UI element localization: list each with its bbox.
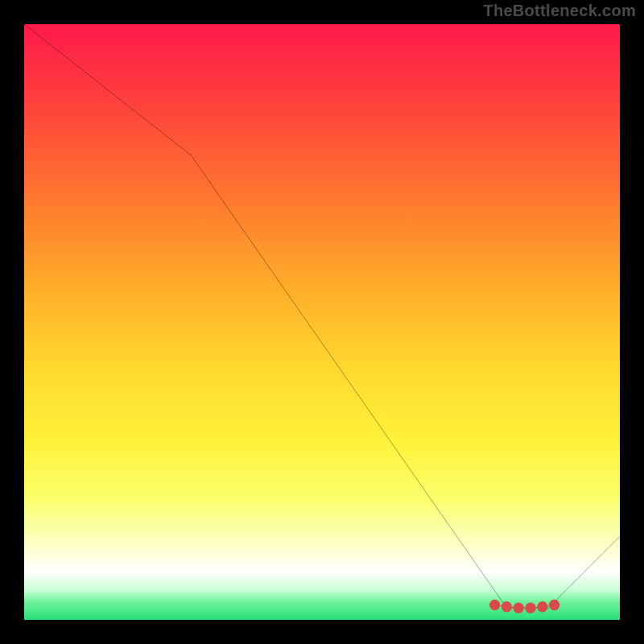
marker-dot [549, 600, 559, 610]
marker-dot [489, 600, 500, 610]
curve-line [24, 24, 620, 608]
marker-group [489, 600, 559, 613]
marker-dot [514, 603, 524, 613]
watermark-label: TheBottleneck.com [483, 2, 636, 20]
marker-dot [537, 601, 547, 612]
marker-dot [525, 603, 535, 613]
chart-container: TheBottleneck.com [0, 0, 644, 644]
chart-overlay [24, 24, 620, 620]
marker-dot [502, 601, 512, 612]
